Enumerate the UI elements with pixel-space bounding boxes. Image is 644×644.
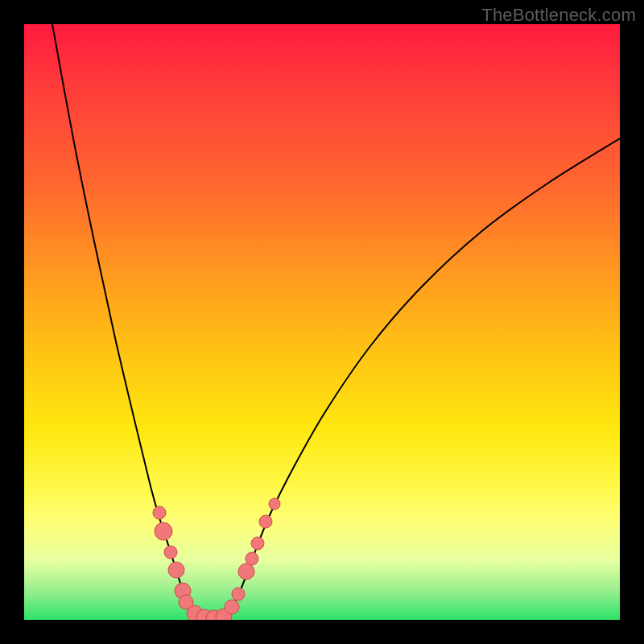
data-point [168,562,184,578]
data-point [155,522,172,540]
data-point [164,546,177,559]
data-point [238,564,254,580]
bottleneck-curve [52,24,620,620]
data-point [259,515,272,528]
data-point [153,506,166,519]
chart-frame: TheBottleneck.com [0,0,644,644]
chart-svg [24,24,620,620]
curve-path [52,24,620,620]
data-point [232,588,245,601]
chart-plot-area [24,24,620,620]
data-point [246,552,258,565]
data-point [251,537,264,550]
data-point [225,600,239,614]
watermark-text: TheBottleneck.com [481,5,636,26]
data-point [269,498,280,510]
